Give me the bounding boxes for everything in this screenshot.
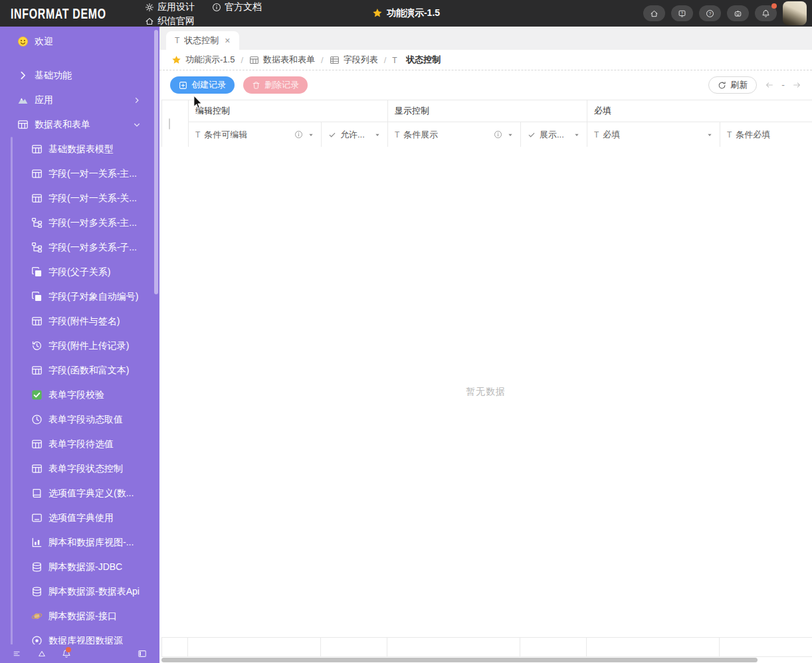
breadcrumb-bc-field-list[interactable]: 字段列表 — [330, 54, 378, 66]
sidebar-item-data-tables-and-forms[interactable]: 数据表和表单 — [0, 112, 159, 137]
grid-body: 暂无数据 — [159, 147, 812, 637]
notifications-button[interactable] — [755, 5, 777, 21]
app-logo: INFORMAT DEMO — [11, 5, 106, 23]
toggle-panel-button[interactable] — [138, 649, 147, 658]
breadcrumb-bc-app[interactable]: 功能演示-1.5 — [171, 54, 235, 66]
sidebar-item-label: 脚本数据源-数据表Api — [49, 586, 140, 598]
footer-cell — [520, 638, 587, 656]
sidebar-item-label: 字段(子对象自动编号) — [49, 291, 138, 303]
top-bar: INFORMAT DEMO 应用设计官方文档织信官网 功能演示-1.5 ?? — [0, 0, 812, 27]
table-icon — [31, 463, 43, 474]
star-icon — [372, 8, 383, 19]
sidebar-item-field-one-to-one-rel[interactable]: 字段(一对一关系-关... — [0, 186, 159, 211]
column-header-col-editable-condition[interactable]: T条件可编辑 — [189, 122, 322, 147]
feedback-button[interactable]: ? — [671, 5, 693, 21]
table-icon — [31, 365, 43, 376]
sidebar-item-label: 脚本数据源-接口 — [49, 611, 117, 622]
table-icon — [31, 193, 43, 204]
arrow-right-icon[interactable] — [792, 80, 801, 90]
collapse-menu-button[interactable] — [13, 649, 22, 658]
sidebar-item-form-field-validation[interactable]: 表单字段校验 — [0, 383, 159, 407]
sidebar-item-form-field-dynamic-value[interactable]: 表单字段动态取值 — [0, 407, 159, 432]
home-button[interactable] — [643, 5, 665, 21]
sidebar-item-field-child-auto-number[interactable]: 字段(子对象自动编号) — [0, 284, 159, 309]
grid-footer — [161, 637, 812, 657]
nav-item-app-design[interactable]: 应用设计 — [145, 0, 195, 14]
field-text-icon: T — [395, 130, 399, 140]
sidebar-item-base-data-model[interactable]: 基础数据表模型 — [0, 137, 159, 161]
breadcrumb-separator: / — [321, 55, 324, 65]
sidebar-item-label: 字段(一对多关系-子... — [49, 242, 137, 254]
nav-item-official-site[interactable]: 织信官网 — [145, 14, 195, 28]
empty-state-text: 暂无数据 — [466, 386, 506, 398]
help-button[interactable]: ? — [699, 5, 721, 21]
help-icon: ? — [706, 9, 714, 18]
sidebar-item-basic-functions[interactable]: 基础功能 — [0, 63, 159, 88]
sidebar-item-field-function-richtext[interactable]: 字段(函数和富文本) — [0, 358, 159, 383]
column-header-col-required[interactable]: T必填 — [587, 122, 720, 147]
select-all-checkbox[interactable] — [169, 118, 170, 130]
sidebar-item-form-field-options[interactable]: 表单字段待选值 — [0, 432, 159, 456]
sidebar-item-welcome[interactable]: 欢迎 — [0, 29, 159, 54]
sidebar-item-field-attachment-upload-log[interactable]: 字段(附件上传记录) — [0, 333, 159, 358]
sidebar-item-script-ds-table-api[interactable]: 脚本数据源-数据表Api — [0, 579, 159, 604]
main-area: T 状态控制 × 功能演示-1.5/数据表和表单/字段列表/T状态控制 创建记录… — [159, 27, 812, 663]
chevron-right-icon — [133, 96, 141, 104]
tab-bar: T 状态控制 × — [159, 27, 812, 50]
horizontal-scrollbar-thumb[interactable] — [161, 658, 758, 662]
avatar[interactable] — [783, 1, 807, 25]
announcement-button[interactable] — [37, 649, 47, 658]
column-header-col-display[interactable]: 展示... — [521, 122, 587, 147]
history-icon — [31, 340, 43, 351]
trash-icon — [252, 81, 260, 90]
sidebar-item-field-one-to-many-child[interactable]: 字段(一对多关系-子... — [0, 235, 159, 260]
field-check-icon — [328, 131, 336, 139]
messages-button[interactable] — [62, 649, 71, 658]
mountain-icon — [17, 94, 29, 106]
assistant-button[interactable] — [727, 5, 749, 21]
star-icon — [171, 55, 181, 65]
breadcrumb-bc-state-control[interactable]: T状态控制 — [392, 54, 441, 66]
pager: - — [765, 80, 801, 90]
sidebar-item-field-parent-child[interactable]: 字段(父子关系) — [0, 260, 159, 284]
sidebar-item-label: 表单字段校验 — [49, 389, 104, 401]
sidebar-item-label: 表单字段状态控制 — [49, 463, 123, 475]
close-icon[interactable]: × — [225, 35, 230, 46]
breadcrumb-label: 状态控制 — [406, 54, 441, 66]
feedback-icon: ? — [678, 9, 686, 18]
tab-state-control[interactable]: T 状态控制 × — [166, 31, 239, 50]
sidebar-item-dict-definition[interactable]: 选项值字典定义(数... — [0, 481, 159, 506]
footer-cell — [188, 638, 321, 656]
column-label: 展示... — [540, 129, 564, 141]
sidebar-item-script-ds-interface[interactable]: 脚本数据源-接口 — [0, 604, 159, 628]
sidebar-item-script-db-view[interactable]: 脚本和数据库视图-... — [0, 530, 159, 555]
sidebar-item-field-one-to-many-main[interactable]: 字段(一对多关系-主... — [0, 211, 159, 235]
plus-square-icon — [179, 81, 187, 90]
column-header-col-display-condition[interactable]: T条件展示 — [388, 122, 521, 147]
sidebar-item-dict-usage[interactable]: 选项值字典使用 — [0, 506, 159, 530]
create-record-button[interactable]: 创建记录 — [170, 76, 235, 94]
submenu-indent-line — [11, 137, 13, 652]
column-header-col-allow[interactable]: 允许... — [322, 122, 388, 147]
sidebar-item-label: 字段(附件上传记录) — [49, 340, 129, 352]
sidebar-item-label: 脚本和数据库视图-... — [49, 537, 134, 549]
sidebar-item-label: 字段(函数和富文本) — [49, 365, 129, 377]
nav-item-official-docs[interactable]: 官方文档 — [212, 0, 262, 14]
workspace-title: 功能演示-1.5 — [372, 0, 440, 27]
field-text-icon: T — [594, 130, 599, 140]
column-header-col-required-condition[interactable]: T条件必填 — [720, 122, 812, 147]
breadcrumb-bc-data-tables[interactable]: 数据表和表单 — [249, 54, 315, 66]
column-group-edit-control: 编辑控制 — [189, 100, 388, 122]
table-icon — [31, 316, 43, 327]
sidebar-item-form-field-state-control[interactable]: 表单字段状态控制 — [0, 456, 159, 481]
delete-record-button[interactable]: 删除记录 — [243, 76, 308, 94]
sidebar-item-apps[interactable]: 应用 — [0, 88, 159, 112]
sidebar-item-field-attachment-signature[interactable]: 字段(附件与签名) — [0, 309, 159, 333]
sidebar-item-script-ds-jdbc[interactable]: 脚本数据源-JDBC — [0, 555, 159, 579]
top-actions: ?? — [643, 0, 807, 27]
sidebar-scrollbar[interactable] — [154, 30, 158, 294]
sidebar-item-field-one-to-one-main[interactable]: 字段(一对一关系-主... — [0, 161, 159, 186]
check-green-icon — [31, 389, 43, 401]
refresh-button[interactable]: 刷新 — [708, 76, 757, 94]
arrow-left-icon[interactable] — [765, 80, 774, 90]
